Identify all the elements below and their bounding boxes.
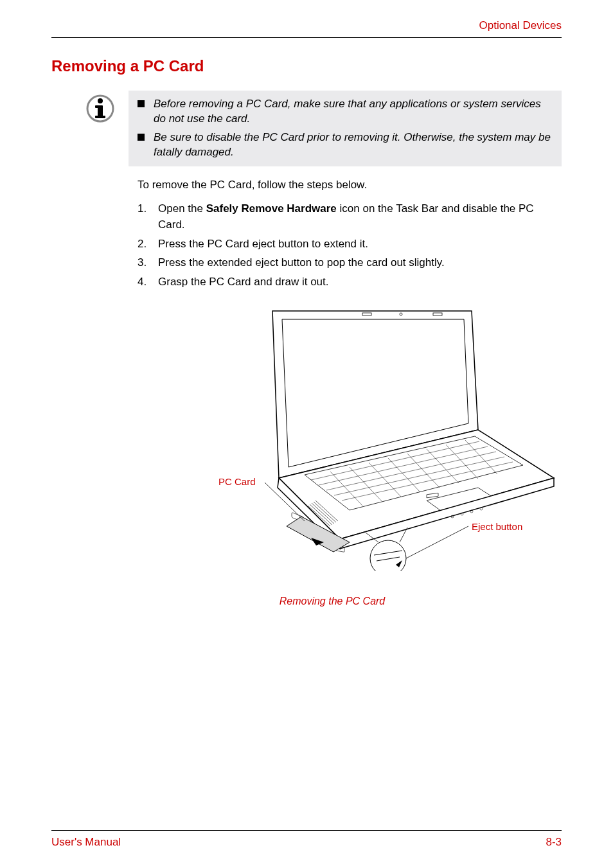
svg-point-30 [370, 540, 406, 571]
svg-point-1 [98, 98, 103, 103]
footer-right: 8-3 [546, 836, 562, 849]
section-title: Removing a PC Card [51, 57, 562, 75]
step-text: Grasp the PC Card and draw it out. [158, 274, 562, 290]
footer-left: User's Manual [51, 836, 121, 849]
page-footer: User's Manual 8-3 [51, 830, 562, 849]
figure-label-eject: Eject button [472, 521, 522, 532]
svg-rect-3 [95, 116, 105, 118]
steps-list: 1. Open the Safely Remove Hardware icon … [138, 200, 562, 290]
step-item: 4. Grasp the PC Card and draw it out. [138, 274, 562, 290]
note-item: Be sure to disable the PC Card prior to … [138, 130, 553, 160]
step-item: 3. Press the extended eject button to po… [138, 254, 562, 271]
figure-label-pccard: PC Card [218, 476, 256, 487]
svg-rect-4 [95, 105, 102, 108]
step-text: Open the Safely Remove Hardware icon on … [158, 200, 562, 233]
step-number: 1. [138, 200, 150, 233]
note-text: Be sure to disable the PC Card prior to … [154, 130, 553, 160]
step-number: 3. [138, 254, 150, 271]
step-item: 1. Open the Safely Remove Hardware icon … [138, 200, 562, 233]
step-text: Press the PC Card eject button to extend… [158, 236, 562, 252]
note-text: Before removing a PC Card, make sure tha… [154, 97, 553, 127]
note-content: Before removing a PC Card, make sure tha… [129, 91, 562, 166]
note-item: Before removing a PC Card, make sure tha… [138, 97, 553, 127]
figure-caption: Removing the PC Card [103, 596, 562, 607]
step-text: Press the extended eject button to pop t… [158, 254, 562, 271]
step-number: 4. [138, 274, 150, 290]
info-icon [86, 94, 114, 123]
header-section-label: Optional Devices [479, 19, 562, 31]
figure: PC Card Eject button [138, 301, 549, 590]
step-number: 2. [138, 236, 150, 252]
bullet-icon [138, 100, 145, 107]
svg-line-35 [406, 526, 468, 558]
bullet-icon [138, 134, 145, 141]
intro-text: To remove the PC Card, follow the steps … [138, 178, 562, 193]
note-block: Before removing a PC Card, make sure tha… [86, 91, 562, 166]
step-item: 2. Press the PC Card eject button to ext… [138, 236, 562, 252]
page-header: Optional Devices [51, 19, 562, 38]
